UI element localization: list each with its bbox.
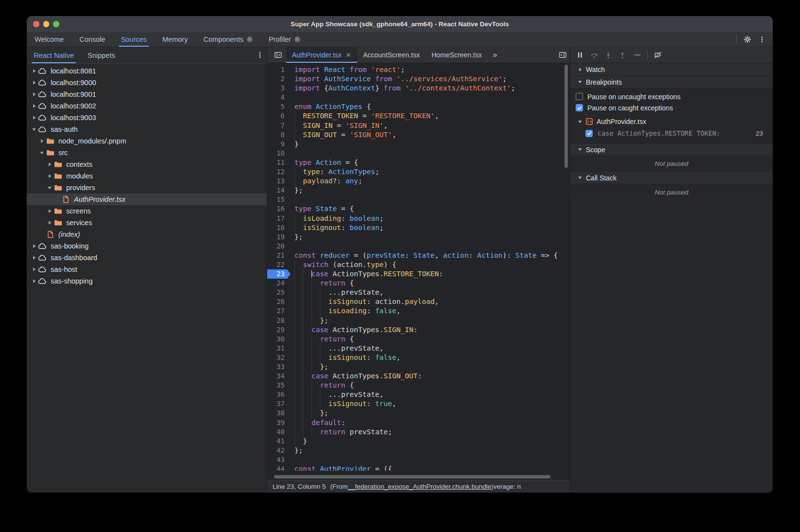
code-line-content[interactable]: }; bbox=[291, 316, 570, 325]
tree-item-contexts[interactable]: contexts bbox=[27, 159, 267, 170]
code-line-content[interactable]: isSignout: true, bbox=[291, 399, 570, 408]
editor-tab-homescreen.tsx[interactable]: HomeScreen.tsx bbox=[426, 47, 488, 63]
chevron-right-icon[interactable] bbox=[46, 209, 53, 213]
code-line[interactable]: 20 bbox=[267, 242, 570, 251]
settings-gear-icon[interactable] bbox=[744, 35, 751, 43]
code-line[interactable]: 26 isSignout: action.payload, bbox=[267, 297, 570, 306]
code-line[interactable]: 24 return { bbox=[267, 279, 570, 288]
code-line[interactable]: 10 bbox=[267, 149, 570, 158]
code-line-content[interactable] bbox=[291, 195, 570, 204]
code-line[interactable]: 3import {AuthContext} from '../contexts/… bbox=[267, 84, 570, 93]
line-number[interactable]: 15 bbox=[267, 195, 291, 204]
line-number[interactable]: 20 bbox=[267, 242, 291, 251]
line-number[interactable]: 18 bbox=[267, 223, 291, 232]
line-number[interactable]: 30 bbox=[267, 335, 291, 344]
source-bundle-link[interactable]: __federation_expose_AuthProvider.chunk.b… bbox=[348, 483, 491, 490]
step-into-icon[interactable] bbox=[604, 51, 612, 59]
line-number[interactable]: 27 bbox=[267, 306, 291, 316]
step-out-icon[interactable] bbox=[618, 51, 626, 59]
line-number[interactable]: 31 bbox=[267, 344, 291, 353]
line-number[interactable]: 34 bbox=[267, 372, 291, 381]
code-line[interactable]: 36 ...prevState, bbox=[267, 390, 570, 399]
exception-checkbox[interactable] bbox=[576, 93, 583, 100]
code-line[interactable]: 4 bbox=[267, 93, 570, 102]
line-number[interactable]: 37 bbox=[267, 399, 291, 408]
code-line-content[interactable]: enum ActionTypes { bbox=[291, 102, 570, 111]
code-line[interactable]: 5enum ActionTypes { bbox=[267, 102, 570, 111]
chevron-down-icon[interactable] bbox=[38, 151, 45, 155]
code-line-content[interactable]: import {AuthContext} from '../contexts/A… bbox=[291, 84, 570, 93]
code-line-content[interactable]: RESTORE_TOKEN = 'RESTORE_TOKEN', bbox=[291, 111, 570, 121]
deactivate-breakpoints-icon[interactable] bbox=[654, 51, 662, 59]
line-number[interactable]: 29 bbox=[267, 325, 291, 335]
execution-line-badge[interactable]: 23 bbox=[267, 269, 291, 279]
tree-item-localhost-9001[interactable]: localhost:9001 bbox=[27, 89, 267, 100]
line-number[interactable]: 26 bbox=[267, 297, 291, 306]
chevron-right-icon[interactable] bbox=[31, 115, 37, 120]
chevron-right-icon[interactable] bbox=[31, 279, 37, 284]
code-line[interactable]: 13 payload?: any; bbox=[267, 177, 570, 186]
exception-checkbox[interactable] bbox=[576, 104, 583, 111]
code-line-content[interactable]: case ActionTypes.SIGN_IN: bbox=[291, 325, 570, 335]
code-line[interactable]: 22 switch (action.type) { bbox=[267, 260, 570, 269]
code-line[interactable]: 17 isLoading: boolean; bbox=[267, 214, 570, 223]
tree-item-src[interactable]: src bbox=[27, 147, 267, 159]
code-line-content[interactable]: import AuthService from '../services/Aut… bbox=[291, 74, 570, 84]
code-line-content[interactable]: type Action = { bbox=[291, 158, 570, 167]
code-line-content[interactable]: }; bbox=[291, 186, 570, 195]
code-line-content[interactable] bbox=[291, 149, 570, 158]
code-line[interactable]: 38 }; bbox=[267, 408, 570, 418]
line-number[interactable]: 8 bbox=[267, 130, 291, 140]
chevron-right-icon[interactable] bbox=[46, 162, 53, 167]
code-line-content[interactable]: return { bbox=[291, 279, 570, 288]
line-number[interactable]: 3 bbox=[267, 84, 291, 93]
code-line-content[interactable]: switch (action.type) { bbox=[291, 260, 570, 269]
code-line[interactable]: 29 case ActionTypes.SIGN_IN: bbox=[267, 325, 570, 335]
code-line[interactable]: 39 default: bbox=[267, 418, 570, 427]
maximize-window-button[interactable] bbox=[53, 21, 59, 27]
code-line[interactable]: 28 }; bbox=[267, 316, 570, 325]
line-number[interactable]: 6 bbox=[267, 111, 291, 121]
code-line-content[interactable] bbox=[291, 242, 570, 251]
navigator-tab-react-native[interactable]: React Native bbox=[27, 47, 81, 63]
code-line[interactable]: 37 isSignout: true, bbox=[267, 399, 570, 408]
tab-console[interactable]: Console bbox=[72, 32, 113, 47]
line-number[interactable]: 14 bbox=[267, 186, 291, 195]
chevron-right-icon[interactable] bbox=[31, 104, 37, 108]
code-line-content[interactable]: type State = { bbox=[291, 204, 570, 213]
line-number[interactable]: 10 bbox=[267, 149, 291, 158]
hide-navigator-icon[interactable] bbox=[267, 47, 286, 63]
tree-item-localhost-9000[interactable]: localhost:9000 bbox=[27, 77, 267, 89]
close-tab-icon[interactable] bbox=[345, 52, 351, 58]
chevron-right-icon[interactable] bbox=[31, 255, 37, 260]
exception-toggle-row[interactable]: Pause on caught exceptions bbox=[570, 102, 773, 113]
code-line[interactable]: 14}; bbox=[267, 186, 570, 195]
line-number[interactable]: 22 bbox=[267, 260, 291, 269]
line-number[interactable]: 5 bbox=[267, 102, 291, 111]
tree-item-localhost-8081[interactable]: localhost:8081 bbox=[27, 65, 267, 77]
chevron-right-icon[interactable] bbox=[38, 139, 45, 143]
code-line[interactable]: 18 isSignout: boolean; bbox=[267, 223, 570, 232]
callstack-section-header[interactable]: Call Stack bbox=[570, 172, 773, 184]
code-line[interactable]: 9} bbox=[267, 140, 570, 149]
more-tabs-icon[interactable]: » bbox=[488, 47, 502, 63]
code-line-content[interactable]: } bbox=[291, 140, 570, 149]
line-number[interactable]: 21 bbox=[267, 251, 291, 260]
code-line-content[interactable]: isSignout: action.payload, bbox=[291, 297, 570, 306]
breakpoint-checkbox[interactable] bbox=[585, 130, 593, 137]
line-number[interactable]: 44 bbox=[267, 464, 291, 471]
line-number[interactable]: 1 bbox=[267, 65, 291, 74]
chevron-right-icon[interactable] bbox=[31, 80, 37, 85]
code-line[interactable]: 15 bbox=[267, 195, 570, 204]
tree-item-sas-auth[interactable]: sas-auth bbox=[27, 124, 267, 135]
code-line[interactable]: 31 ...prevState, bbox=[267, 344, 570, 353]
navigator-tab-snippets[interactable]: Snippets bbox=[81, 47, 122, 63]
tree-item-sas-dashboard[interactable]: sas-dashboard bbox=[27, 252, 267, 264]
chevron-right-icon[interactable] bbox=[31, 92, 37, 97]
line-number[interactable]: 25 bbox=[267, 288, 291, 297]
tree-item-localhost-9002[interactable]: localhost:9002 bbox=[27, 100, 267, 112]
breakpoint-file-header[interactable]: AuthProvider.tsx bbox=[570, 116, 773, 127]
line-number[interactable]: 41 bbox=[267, 437, 291, 446]
chevron-down-icon[interactable] bbox=[46, 186, 53, 190]
code-line[interactable]: 16type State = { bbox=[267, 204, 570, 213]
